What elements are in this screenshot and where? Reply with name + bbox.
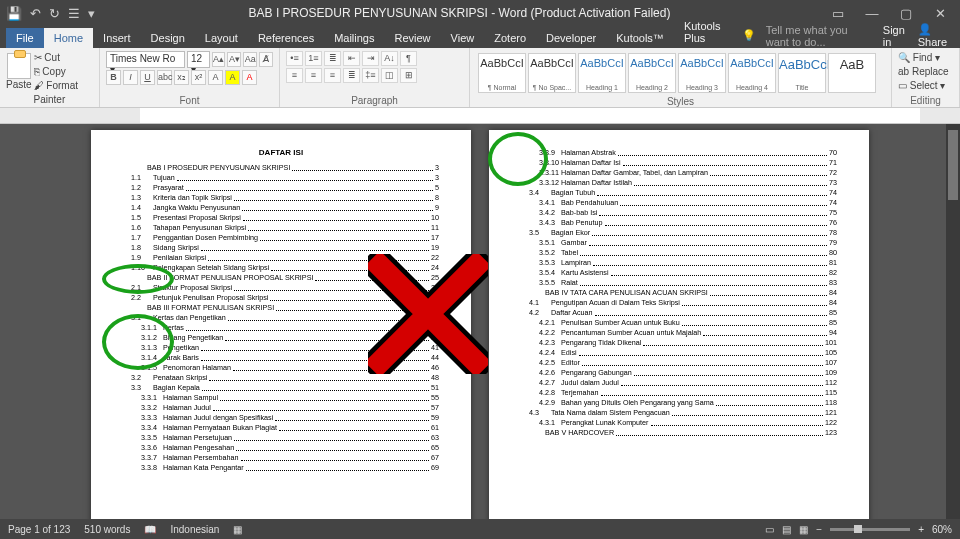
tab-kutools[interactable]: Kutools™ [606, 28, 674, 48]
borders-button[interactable]: ⊞ [400, 68, 417, 83]
underline-button[interactable]: U [140, 70, 155, 85]
cut-button[interactable]: ✂ Cut [34, 51, 93, 65]
undo-icon[interactable]: ↶ [30, 6, 41, 21]
toc-line: 4.2Daftar Acuan85 [521, 308, 837, 318]
numbering-button[interactable]: 1≡ [305, 51, 322, 66]
page-right[interactable]: 3.3.9Halaman Abstrak703.3.10Halaman Daft… [489, 130, 869, 539]
bold-button[interactable]: B [106, 70, 121, 85]
tab-design[interactable]: Design [141, 28, 195, 48]
toc-line: BAB I PROSEDUR PENYUSUNAN SKRIPSI3 [123, 163, 439, 173]
toc-line: 3.3.12Halaman Daftar Istilah73 [521, 178, 837, 188]
font-size-input[interactable]: 12 ▾ [187, 51, 210, 68]
tab-references[interactable]: References [248, 28, 324, 48]
page-number-status[interactable]: Page 1 of 123 [8, 524, 70, 535]
align-center-button[interactable]: ≡ [305, 68, 322, 83]
superscript-button[interactable]: x² [191, 70, 206, 85]
tab-zotero[interactable]: Zotero [484, 28, 536, 48]
paste-button[interactable]: Paste [6, 51, 32, 107]
spell-check-icon[interactable]: 📖 [144, 524, 156, 535]
increase-indent-button[interactable]: ⇥ [362, 51, 379, 66]
strikethrough-button[interactable]: abc [157, 70, 172, 85]
replace-button[interactable]: ab Replace [898, 65, 953, 79]
save-icon[interactable]: 💾 [6, 6, 22, 21]
toc-line: 3.3.7Halaman Persembahan67 [123, 453, 439, 463]
language-status[interactable]: Indonesian [170, 524, 219, 535]
zoom-in-button[interactable]: + [918, 524, 924, 535]
toc-line: 3.4.1Bab Pendahuluan74 [521, 198, 837, 208]
change-case-button[interactable]: Aa [243, 52, 257, 67]
shrink-font-button[interactable]: A▾ [227, 52, 241, 67]
align-left-button[interactable]: ≡ [286, 68, 303, 83]
zoom-slider[interactable] [830, 528, 910, 531]
text-effects-button[interactable]: A [208, 70, 223, 85]
font-name-input[interactable]: Times New Ro ▾ [106, 51, 185, 68]
sort-button[interactable]: A↓ [381, 51, 398, 66]
style-card[interactable]: AaBbCcIHeading 2 [628, 53, 676, 93]
toc-line: 1.7Penggantian Dosen Pembimbing17 [123, 233, 439, 243]
tab-view[interactable]: View [441, 28, 485, 48]
toc-line: 3.3.4Halaman Pernyataan Bukan Plagiat61 [123, 423, 439, 433]
multilevel-button[interactable]: ≣ [324, 51, 341, 66]
align-right-button[interactable]: ≡ [324, 68, 341, 83]
tab-home[interactable]: Home [44, 28, 93, 48]
read-mode-icon[interactable]: ▭ [765, 524, 774, 535]
toc-line: 4.2.1Penulisan Sumber Acuan untuk Buku85 [521, 318, 837, 328]
tab-insert[interactable]: Insert [93, 28, 141, 48]
toc-line: 3.5Bagian Ekor78 [521, 228, 837, 238]
tab-review[interactable]: Review [385, 28, 441, 48]
justify-button[interactable]: ≣ [343, 68, 360, 83]
redo-icon[interactable]: ↻ [49, 6, 60, 21]
toc-line: 1.5Presentasi Proposal Skripsi10 [123, 213, 439, 223]
web-layout-icon[interactable]: ▦ [799, 524, 808, 535]
tab-developer[interactable]: Developer [536, 28, 606, 48]
word-count-status[interactable]: 510 words [84, 524, 130, 535]
style-card[interactable]: AaB [828, 53, 876, 93]
maximize-icon[interactable]: ▢ [892, 6, 920, 21]
select-button[interactable]: ▭ Select ▾ [898, 79, 953, 93]
horizontal-ruler[interactable] [0, 108, 960, 124]
copy-button[interactable]: ⎘ Copy [34, 65, 93, 79]
highlight-button[interactable]: A [225, 70, 240, 85]
vertical-scrollbar[interactable] [946, 124, 960, 519]
italic-button[interactable]: I [123, 70, 138, 85]
font-color-button[interactable]: A [242, 70, 257, 85]
ribbon-options-icon[interactable]: ▭ [824, 6, 852, 21]
style-card[interactable]: AaBbCcI¶ Normal [478, 53, 526, 93]
toc-line: 4.2.6Pengarang Gabungan109 [521, 368, 837, 378]
line-spacing-button[interactable]: ‡≡ [362, 68, 379, 83]
tab-mailings[interactable]: Mailings [324, 28, 384, 48]
style-card[interactable]: AaBbCcI¶ No Spac... [528, 53, 576, 93]
zoom-level[interactable]: 60% [932, 524, 952, 535]
tab-layout[interactable]: Layout [195, 28, 248, 48]
touch-icon[interactable]: ☰ [68, 6, 80, 21]
find-button[interactable]: 🔍 Find ▾ [898, 51, 953, 65]
bullets-button[interactable]: •≡ [286, 51, 303, 66]
toc-line: 4.2.2Pencantuman Sumber Acuan untuk Maja… [521, 328, 837, 338]
style-card[interactable]: AaBbCcIHeading 3 [678, 53, 726, 93]
decrease-indent-button[interactable]: ⇤ [343, 51, 360, 66]
show-marks-button[interactable]: ¶ [400, 51, 417, 66]
grow-font-button[interactable]: A▴ [212, 52, 226, 67]
minimize-icon[interactable]: — [858, 6, 886, 21]
toc-line: 4.2.5Editor107 [521, 358, 837, 368]
toc-line: 3.4.2Bab-bab Isi75 [521, 208, 837, 218]
sign-in-link[interactable]: Sign in [883, 24, 908, 48]
tab-file[interactable]: File [6, 28, 44, 48]
share-button[interactable]: 👤 Share [918, 23, 952, 48]
close-icon[interactable]: ✕ [926, 6, 954, 21]
styles-gallery[interactable]: AaBbCcI¶ NormalAaBbCcI¶ No Spac...AaBbCc… [476, 51, 885, 95]
style-card[interactable]: AaBbCcDTitle [778, 53, 826, 93]
style-card[interactable]: AaBbCcIHeading 4 [728, 53, 776, 93]
shading-button[interactable]: ◫ [381, 68, 398, 83]
tell-me-input[interactable]: Tell me what you want to do... [766, 24, 873, 48]
print-layout-icon[interactable]: ▤ [782, 524, 791, 535]
tab-kutools-plus[interactable]: Kutools Plus [674, 16, 742, 48]
clear-formatting-button[interactable]: A̸ [259, 52, 273, 67]
zoom-out-button[interactable]: − [816, 524, 822, 535]
format-painter-button[interactable]: 🖌 Format Painter [34, 79, 93, 107]
qat-more-icon[interactable]: ▾ [88, 6, 95, 21]
macro-status-icon[interactable]: ▦ [233, 524, 242, 535]
subscript-button[interactable]: x₂ [174, 70, 189, 85]
toc-line: 4.2.7Judul dalam Judul112 [521, 378, 837, 388]
style-card[interactable]: AaBbCcIHeading 1 [578, 53, 626, 93]
